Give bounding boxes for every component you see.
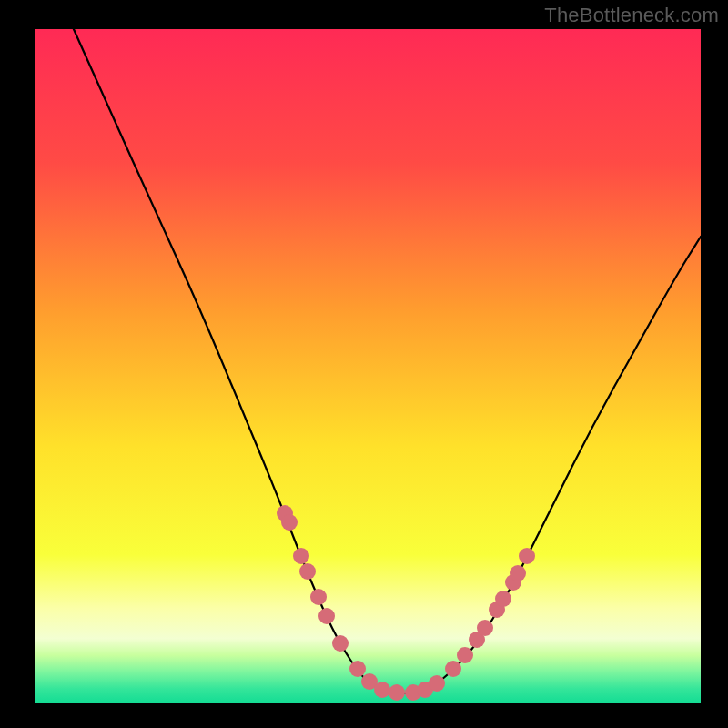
curve-marker xyxy=(318,608,335,624)
curve-marker xyxy=(457,647,473,663)
curve-marker xyxy=(299,563,316,580)
plot-background xyxy=(35,29,701,703)
bottleneck-chart xyxy=(0,0,728,728)
curve-marker xyxy=(495,591,511,607)
chart-stage: TheBottleneck.com xyxy=(0,0,728,728)
curve-marker xyxy=(510,565,526,581)
curve-marker xyxy=(374,682,390,698)
curve-marker xyxy=(477,620,493,636)
curve-marker xyxy=(310,589,327,605)
curve-marker xyxy=(293,548,309,564)
curve-marker xyxy=(281,514,298,531)
attribution-label: TheBottleneck.com xyxy=(544,4,719,27)
curve-marker xyxy=(349,661,366,677)
curve-marker xyxy=(332,635,349,652)
curve-marker xyxy=(519,548,535,564)
curve-marker xyxy=(445,661,461,677)
curve-marker xyxy=(429,675,445,692)
curve-marker xyxy=(389,684,405,701)
